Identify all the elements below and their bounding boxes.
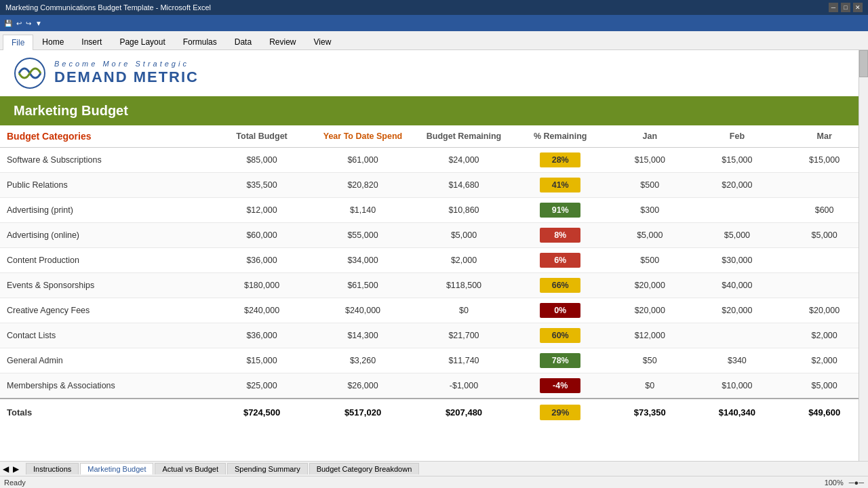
tab-home[interactable]: Home [33,34,73,49]
tab-view[interactable]: View [305,34,340,49]
table-row: Public Relations $35,500 $20,820 $14,680… [0,173,868,198]
status-bar: Ready 100% ─●─ [0,476,868,488]
cell-category: Creative Agency Fees [0,298,212,323]
logo-name: Demand Metric [54,68,199,86]
cell-pct: 91% [514,198,606,223]
cell-category: Software & Subscriptions [0,148,212,173]
cell-jan: $50 [606,348,694,373]
cell-pct: 66% [514,273,606,298]
table-row: Software & Subscriptions $85,000 $61,000… [0,148,868,173]
sheet-tab-actual-vs-budget[interactable]: Actual vs Budget [155,463,226,474]
totals-pct-badge: 29% [540,405,580,420]
cell-category: Public Relations [0,173,212,198]
cell-mar: $2,000 [781,348,868,373]
tab-review[interactable]: Review [260,34,304,49]
cell-pct: 78% [514,348,606,373]
col-header-ytd: Year To Date Spend [313,125,414,148]
sheet-tab-spending-summary[interactable]: Spending Summary [227,463,308,474]
cell-ytd: $20,820 [313,173,414,198]
tab-page-layout[interactable]: Page Layout [111,34,174,49]
table-row: Advertising (print) $12,000 $1,140 $10,8… [0,198,868,223]
cell-ytd: $1,140 [313,198,414,223]
pct-badge: -4% [540,378,580,393]
pct-badge: 41% [540,178,580,192]
pct-badge: 6% [540,253,580,268]
dropdown-icon[interactable]: ▼ [35,20,42,27]
cell-jan: $15,000 [606,148,694,173]
cell-mar: $15,000 [781,148,868,173]
tab-file[interactable]: File [3,35,33,50]
cell-remaining: $2,000 [414,248,515,273]
window-controls[interactable]: ─ □ ✕ [829,3,863,12]
pct-badge: 91% [540,203,580,218]
zoom-slider[interactable]: ─●─ [849,479,864,487]
sheet-tab-budget-category-breakdown[interactable]: Budget Category Breakdown [309,463,420,474]
cell-pct: 0% [514,298,606,323]
cell-total-budget: $12,000 [212,198,313,223]
col-header-mar: Mar [781,125,868,148]
cell-jan: $20,000 [606,273,694,298]
minimize-button[interactable]: ─ [829,3,838,12]
totals-row: Totals $724,500 $517,020 $207,480 29% $7… [0,399,868,426]
cell-category: Contact Lists [0,323,212,348]
cell-category: General Admin [0,348,212,373]
cell-mar [781,173,868,198]
cell-feb: $30,000 [694,248,781,273]
cell-mar: $5,000 [781,373,868,399]
col-header-pct: % Remaining [514,125,606,148]
tab-formulas[interactable]: Formulas [174,34,226,49]
undo-icon[interactable]: ↩ [16,20,22,27]
cell-feb: $20,000 [694,298,781,323]
maximize-button[interactable]: □ [841,3,850,12]
cell-feb [694,198,781,223]
cell-feb: $15,000 [694,148,781,173]
vertical-scrollbar[interactable] [859,50,868,461]
table-row: Creative Agency Fees $240,000 $240,000 $… [0,298,868,323]
table-header-row: Budget Categories Total Budget Year To D… [0,125,868,148]
sheet-tab-instructions[interactable]: Instructions [26,463,79,474]
save-icon[interactable]: 💾 [4,20,12,27]
cell-remaining: -$1,000 [414,373,515,399]
tab-insert[interactable]: Insert [73,34,111,49]
cell-remaining: $14,680 [414,173,515,198]
cell-pct: 6% [514,248,606,273]
totals-budget: $724,500 [212,399,313,426]
pct-badge: 0% [540,303,580,318]
pct-badge: 8% [540,228,580,243]
cell-ytd: $55,000 [313,223,414,248]
cell-total-budget: $15,000 [212,348,313,373]
budget-table: Budget Categories Total Budget Year To D… [0,125,868,426]
logo-tagline: Become More Strategic [54,60,199,68]
cell-ytd: $61,500 [313,273,414,298]
cell-total-budget: $60,000 [212,223,313,248]
cell-mar: $20,000 [781,298,868,323]
cell-category: Advertising (print) [0,198,212,223]
sheet-nav-next[interactable]: ▶ [13,464,19,474]
cell-mar [781,248,868,273]
cell-feb: $10,000 [694,373,781,399]
close-button[interactable]: ✕ [853,3,863,12]
table-body: Software & Subscriptions $85,000 $61,000… [0,148,868,399]
cell-jan: $12,000 [606,323,694,348]
cell-ytd: $3,260 [313,348,414,373]
totals-remaining: $207,480 [414,399,515,426]
logo-text: Become More Strategic Demand Metric [54,60,199,87]
redo-icon[interactable]: ↪ [26,20,31,27]
cell-jan: $20,000 [606,298,694,323]
totals-mar: $49,600 [781,399,868,426]
totals-pct: 29% [514,399,606,426]
col-header-category: Budget Categories [0,125,212,148]
scroll-thumb[interactable] [859,50,868,77]
table-row: General Admin $15,000 $3,260 $11,740 78%… [0,348,868,373]
quick-access-toolbar: 💾 ↩ ↪ ▼ [0,15,868,31]
cell-remaining: $10,860 [414,198,515,223]
totals-ytd: $517,020 [313,399,414,426]
cell-remaining: $118,500 [414,273,515,298]
table-row: Advertising (online) $60,000 $55,000 $5,… [0,223,868,248]
status-right: 100% ─●─ [825,479,864,487]
sheet-nav-prev[interactable]: ◀ [3,464,9,474]
sheet-tab-marketing-budget[interactable]: Marketing Budget [80,463,153,474]
tab-data[interactable]: Data [226,34,260,49]
cell-feb: $5,000 [694,223,781,248]
pct-badge: 78% [540,353,580,368]
